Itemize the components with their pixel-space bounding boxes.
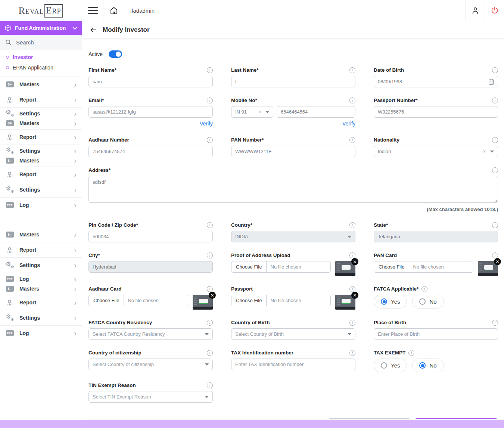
search-label: Search xyxy=(16,39,34,46)
tax-exempt-yes-radio[interactable]: Yes xyxy=(374,359,407,372)
remove-file-icon[interactable]: ✕ xyxy=(351,292,358,299)
pan-number-input[interactable] xyxy=(231,146,355,157)
first-name-label: First Name* xyxy=(88,67,116,73)
logout-button[interactable] xyxy=(485,0,504,21)
choose-file-button[interactable]: Choose File xyxy=(231,261,267,272)
pan-card-file-input[interactable]: Choose File No file chosen xyxy=(374,261,473,273)
country-of-birth-select[interactable]: Select Country of Birth xyxy=(231,328,355,340)
back-button[interactable] xyxy=(89,26,97,34)
remove-file-icon[interactable]: ✕ xyxy=(494,258,501,265)
tax-id-input[interactable] xyxy=(231,359,355,370)
fatca-country-select[interactable]: Select FATCA Country Residency xyxy=(88,328,213,340)
sidebar-item-log[interactable]: ERPLog› xyxy=(0,325,82,341)
chevron-right-icon: › xyxy=(74,300,77,305)
tax-exempt-options: Yes No xyxy=(374,359,498,372)
profile-button[interactable] xyxy=(465,0,485,21)
bullet-icon xyxy=(6,66,9,69)
country-select: INDIA xyxy=(231,231,355,242)
sidebar-item-epan-application[interactable]: EPAN Application xyxy=(0,62,82,73)
sidebar-item-label: Masters xyxy=(19,120,69,126)
sidebar-item-label: Settings xyxy=(19,148,69,154)
aadhaar-number-input[interactable] xyxy=(88,146,213,157)
country-value: INDIA xyxy=(235,234,348,239)
sidebar-item-masters[interactable]: $=Masters› xyxy=(0,227,82,242)
tax-exempt-no-radio[interactable]: No xyxy=(412,359,444,372)
place-of-birth-label: Place of Birth xyxy=(374,320,406,325)
sidebar-item-log[interactable]: ERPLog› xyxy=(0,197,82,213)
aadhaar-card-thumbnail[interactable]: ✕ xyxy=(193,295,213,310)
sidebar-item-settings-masters[interactable]: ⚙⚙Settings›$=Masters› xyxy=(0,145,82,167)
passport-upload-field: Passporti Choose File No file chosen ✕ xyxy=(231,286,355,310)
info-icon: i xyxy=(408,350,414,356)
address-label: Address* xyxy=(88,167,111,173)
citizenship-select[interactable]: Select Country of citizenship xyxy=(88,359,213,370)
fatca-yes-radio[interactable]: Yes xyxy=(374,295,407,308)
active-toggle[interactable] xyxy=(109,50,122,58)
sidebar-item-report[interactable]: Report› xyxy=(0,242,82,257)
sidebar-item-settings[interactable]: ⚙⚙Settings› xyxy=(0,182,82,197)
sidebar-item-settings-masters[interactable]: ⚙⚙Settings›$=Masters› xyxy=(0,107,82,129)
country-code-select[interactable]: IN 91 × xyxy=(231,106,273,118)
last-name-input[interactable] xyxy=(231,76,355,87)
sidebar-item-settings[interactable]: ⚙⚙Settings› xyxy=(0,310,82,325)
menu-toggle-button[interactable] xyxy=(83,0,103,21)
file-status: No file chosen xyxy=(267,261,305,272)
calendar-icon[interactable] xyxy=(488,78,495,85)
choose-file-button[interactable]: Choose File xyxy=(89,295,124,306)
pin-code-label: Pin Code / Zip Code* xyxy=(88,222,138,228)
sidebar-item-masters[interactable]: $=Masters› xyxy=(0,77,82,92)
tin-exempt-reason-select[interactable]: Select TIN Exempt Reason xyxy=(88,391,213,403)
choose-file-button[interactable]: Choose File xyxy=(231,295,267,306)
remove-file-icon[interactable]: ✕ xyxy=(209,292,216,299)
pan-card-thumbnail[interactable]: ✕ xyxy=(478,261,498,276)
sidebar-item-label: Report xyxy=(19,97,69,103)
active-label: Active xyxy=(88,51,103,57)
power-icon xyxy=(491,6,499,15)
settings-icon: ⚙⚙ xyxy=(6,110,14,117)
sidebar-item-report[interactable]: Report› xyxy=(0,129,82,145)
radio-icon xyxy=(419,298,426,305)
info-icon: i xyxy=(207,137,213,143)
sidebar-item-log-masters[interactable]: ERPLog›$=Masters› xyxy=(0,273,82,295)
tax-id-label: TAX Identification number xyxy=(231,350,293,356)
sidebar-item-investor[interactable]: Investor xyxy=(0,52,82,62)
sidebar-item-report[interactable]: Report› xyxy=(0,92,82,107)
nationality-select[interactable]: Indian × xyxy=(374,146,498,157)
proof-of-address-field: Proof of Address Uploadi Choose File No … xyxy=(231,252,355,276)
passport-file-input[interactable]: Choose File No file chosen xyxy=(231,295,331,306)
choose-file-button[interactable]: Choose File xyxy=(374,261,409,272)
home-button[interactable] xyxy=(103,0,124,21)
masters-icon: $= xyxy=(6,286,14,292)
info-icon: i xyxy=(207,320,213,326)
address-input[interactable]: sdfsdf xyxy=(88,176,498,203)
email-input[interactable] xyxy=(88,106,213,118)
module-selector[interactable]: Fund Administration xyxy=(0,21,82,35)
chevron-right-icon: › xyxy=(74,331,77,336)
proof-of-address-file-input[interactable]: Choose File No file chosen xyxy=(231,261,331,273)
first-name-input[interactable] xyxy=(88,76,213,87)
fatca-no-radio[interactable]: No xyxy=(412,295,444,308)
pin-code-input[interactable] xyxy=(88,231,213,242)
place-of-birth-input[interactable] xyxy=(374,328,498,340)
email-verify-link[interactable]: Verify xyxy=(200,121,213,127)
remove-file-icon[interactable]: ✕ xyxy=(351,258,358,265)
proof-of-address-thumbnail[interactable]: ✕ xyxy=(335,261,355,276)
mobile-input[interactable] xyxy=(277,106,355,118)
sidebar-search[interactable]: Search xyxy=(0,35,82,50)
caret-down-icon xyxy=(205,363,209,366)
sidebar-item-settings[interactable]: ⚙⚙Settings› xyxy=(0,257,82,273)
sidebar-item-report[interactable]: Report› xyxy=(0,295,82,310)
clear-icon[interactable]: × xyxy=(483,149,486,154)
dob-input[interactable] xyxy=(374,76,498,87)
passport-thumbnail[interactable]: ✕ xyxy=(335,295,355,310)
passport-number-input[interactable] xyxy=(374,106,498,118)
tin-exempt-reason-placeholder: Select TIN Exempt Reason xyxy=(93,394,205,400)
masters-icon: $= xyxy=(6,232,14,238)
clear-icon[interactable]: × xyxy=(258,109,261,115)
mobile-verify-link[interactable]: Verify xyxy=(342,121,355,127)
sidebar-item-report[interactable]: Report› xyxy=(0,167,82,182)
last-name-field: Last Name*i xyxy=(231,67,355,87)
chevron-right-icon: › xyxy=(74,158,77,163)
aadhaar-card-file-input[interactable]: Choose File No file chosen xyxy=(88,295,188,306)
sidebar-menu: $=Masters›Report›⚙⚙Settings›$=Masters›Re… xyxy=(0,77,82,341)
